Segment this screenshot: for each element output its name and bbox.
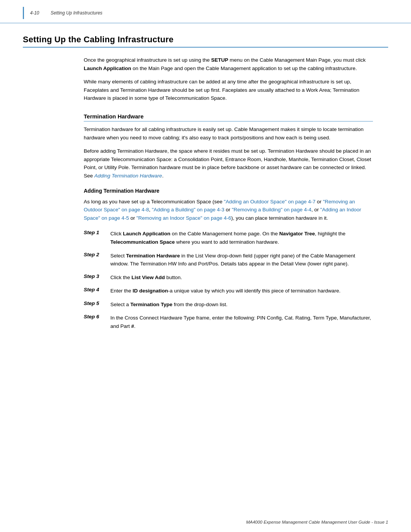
header-accent-bar [23,7,24,19]
term-hw-para-2: Before adding Termination Hardware, the … [84,147,373,180]
termination-hardware-section: Termination Hardware Termination hardwar… [84,113,373,222]
step-3-label: Step 3 [84,273,110,279]
step-2-label: Step 2 [84,252,110,257]
header-section-title: Setting Up Infrastructures [51,10,102,16]
footer-text: MA4000 Expense Management Cable Manageme… [246,520,388,524]
intro-para-1: Once the geographical infrastructure is … [84,56,373,72]
link-removing-indoor[interactable]: "Removing an Indoor Space" on page 4-6 [136,215,231,221]
page-footer: MA4000 Expense Management Cable Manageme… [0,520,411,524]
page-container: 4-10 Setting Up Infrastructures Setting … [0,0,411,532]
step-5-label: Step 5 [84,300,110,306]
link-adding-outdoor[interactable]: "Adding an Outdoor Space" on page 4-7 [224,199,315,204]
step-6-content: In the Cross Connect Hardware Type frame… [110,314,373,330]
step-5-row: Step 5 Select a Termination Type from th… [84,300,373,309]
subsubsection-title-1: Adding Termination Hardware [84,188,373,194]
adding-term-hw-link[interactable]: Adding Termination Hardware [94,173,162,179]
step-6-label: Step 6 [84,314,110,320]
adding-term-hw-intro: As long as you have set up a Telecommuni… [84,198,373,222]
step-4-content: Enter the ID designation-a unique value … [110,287,373,295]
step-4-label: Step 4 [84,287,110,292]
intro-para-2: While many elements of cabling infrastru… [84,78,373,102]
step-3-row: Step 3 Click the List View Add button. [84,273,373,282]
page-title: Setting Up the Cabling Infrastructure [23,35,388,45]
intro-block: Once the geographical infrastructure is … [84,56,373,102]
steps-table: Step 1 Click Launch Application on the C… [84,230,373,330]
step-3-content: Click the List View Add button. [110,273,373,282]
termination-hardware-heading: Termination Hardware [84,113,373,121]
step-1-row: Step 1 Click Launch Application on the C… [84,230,373,246]
step-6-row: Step 6 In the Cross Connect Hardware Typ… [84,314,373,330]
link-adding-building[interactable]: "Adding a Building" on page 4-3 [152,207,224,212]
section-heading: Setting Up the Cabling Infrastructure [23,35,388,48]
main-content: Setting Up the Cabling Infrastructure On… [0,23,411,351]
page-header: 4-10 Setting Up Infrastructures [0,0,411,23]
term-hw-para-1: Termination hardware for all cabling inf… [84,125,373,142]
step-4-row: Step 4 Enter the ID designation-a unique… [84,287,373,295]
step-1-label: Step 1 [84,230,110,235]
link-removing-building[interactable]: "Removing a Building" on page 4-4 [232,207,311,212]
page-number: 4-10 [30,10,39,16]
subsection-title-1: Termination Hardware [84,113,373,120]
step-5-content: Select a Termination Type from the drop-… [110,300,373,309]
step-2-content: Select Termination Hardware in the List … [110,252,373,268]
step-2-row: Step 2 Select Termination Hardware in th… [84,252,373,268]
adding-term-hw-section: Adding Termination Hardware [84,188,373,194]
step-1-content: Click Launch Application on the Cable Ma… [110,230,373,246]
